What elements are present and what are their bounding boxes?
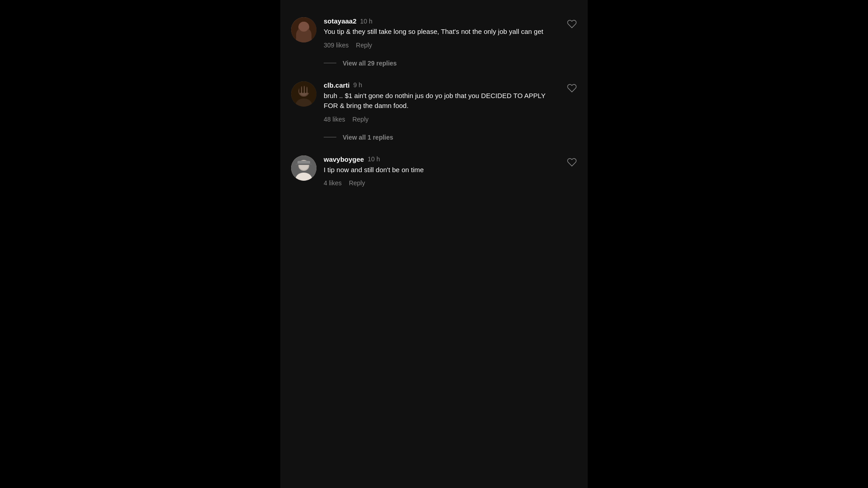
svg-point-0 (291, 17, 316, 42)
heart-icon (567, 157, 577, 167)
like-button[interactable] (567, 19, 577, 30)
svg-point-2 (296, 34, 312, 42)
svg-point-1 (298, 22, 309, 33)
svg-rect-9 (302, 85, 304, 93)
view-replies-1[interactable]: View all 29 replies (280, 53, 588, 73)
view-replies-line (324, 137, 336, 137)
comment-block: wavyboygee 10 h I tip now and still don'… (280, 147, 588, 192)
comment-actions: 309 likes Reply (324, 42, 559, 49)
comment-row: clb.carti 9 h bruh .. $1 ain't gone do n… (291, 81, 577, 123)
comment-header: sotayaaa2 10 h (324, 17, 559, 25)
likes-count: 4 likes (324, 179, 342, 187)
timestamp: 9 h (354, 81, 362, 89)
view-replies-text[interactable]: View all 29 replies (343, 60, 397, 67)
comment-block: sotayaaa2 10 h You tip & they still take… (280, 9, 588, 53)
svg-rect-11 (307, 86, 309, 93)
reply-button[interactable]: Reply (352, 116, 368, 123)
svg-point-3 (299, 23, 308, 32)
view-replies-2[interactable]: View all 1 replies (280, 127, 588, 147)
likes-count: 309 likes (324, 42, 349, 49)
svg-rect-17 (296, 164, 312, 165)
comment-header: clb.carti 9 h (324, 81, 559, 89)
view-replies-line (324, 63, 336, 63)
like-button[interactable] (567, 83, 577, 94)
comment-actions: 4 likes Reply (324, 179, 559, 187)
avatar (291, 17, 316, 42)
username: sotayaaa2 (324, 17, 357, 25)
reply-button[interactable]: Reply (349, 179, 365, 187)
username: wavyboygee (324, 155, 364, 163)
comment-row: wavyboygee 10 h I tip now and still don'… (291, 155, 577, 187)
avatar (291, 155, 316, 181)
timestamp: 10 h (360, 18, 373, 25)
comment-text: You tip & they still take long so please… (324, 27, 559, 37)
comment-text: I tip now and still don't be on time (324, 165, 559, 175)
comment-content: sotayaaa2 10 h You tip & they still take… (324, 17, 577, 49)
comment-text: bruh .. $1 ain't gone do nothin jus do y… (324, 91, 559, 111)
comment-block: clb.carti 9 h bruh .. $1 ain't gone do n… (280, 73, 588, 127)
comment-row: sotayaaa2 10 h You tip & they still take… (291, 17, 577, 49)
username: clb.carti (324, 81, 350, 89)
svg-rect-8 (299, 86, 301, 93)
comment-header: wavyboygee 10 h (324, 155, 559, 163)
heart-icon (567, 19, 577, 29)
comments-panel: sotayaaa2 10 h You tip & they still take… (280, 0, 588, 488)
like-button[interactable] (567, 157, 577, 169)
likes-count: 48 likes (324, 116, 345, 123)
avatar (291, 81, 316, 107)
heart-icon (567, 83, 577, 93)
reply-button[interactable]: Reply (356, 42, 372, 49)
comment-content: wavyboygee 10 h I tip now and still don'… (324, 155, 577, 187)
timestamp: 10 h (368, 155, 380, 163)
comment-actions: 48 likes Reply (324, 116, 559, 123)
view-replies-text[interactable]: View all 1 replies (343, 134, 393, 141)
svg-rect-10 (305, 85, 307, 93)
comment-content: clb.carti 9 h bruh .. $1 ain't gone do n… (324, 81, 577, 123)
